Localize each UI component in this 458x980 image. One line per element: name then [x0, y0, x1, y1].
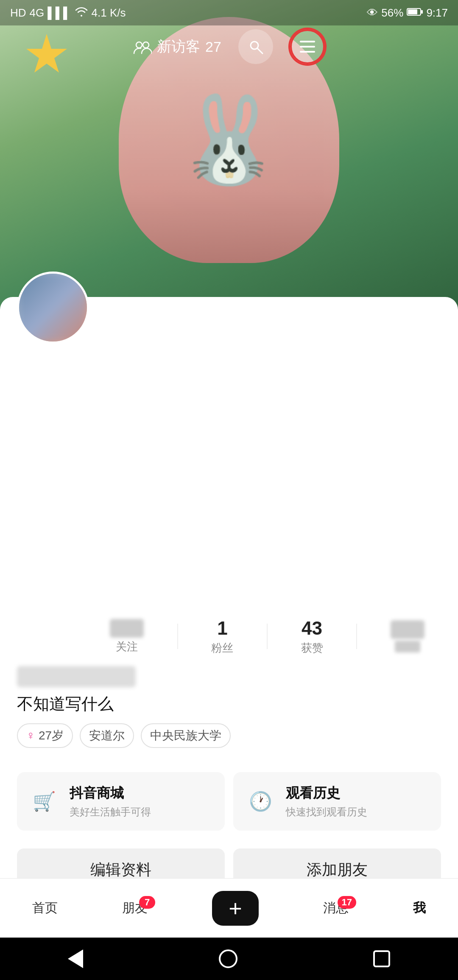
tag-location[interactable]: 安道尔	[80, 723, 134, 748]
history-texts: 观看历史 快速找到观看历史	[286, 784, 367, 819]
status-right: 👁 56% 9:17	[367, 6, 448, 20]
stat-likes[interactable]: 43 获赞	[301, 618, 323, 655]
battery-percent: 56%	[381, 6, 403, 20]
recents-button[interactable]	[373, 950, 390, 967]
eye-icon: 👁	[367, 6, 378, 20]
status-left: HD 4G ▌▌▌ 4.1 K/s	[10, 6, 126, 20]
new-visitor-label: 新访客	[157, 37, 200, 56]
svg-rect-8	[300, 46, 315, 48]
system-nav-bar	[0, 938, 458, 980]
nav-me[interactable]: 我	[413, 899, 426, 917]
nav-home[interactable]: 首页	[32, 899, 58, 917]
nav-add-icon: +	[229, 895, 242, 921]
wifi-icon	[75, 6, 88, 20]
female-icon: ♀	[26, 729, 35, 742]
history-card[interactable]: 🕐 观看历史 快速找到观看历史	[233, 772, 441, 831]
search-button[interactable]	[238, 29, 273, 64]
bio-text: 不知道写什么	[17, 693, 441, 715]
extra-count	[391, 620, 424, 639]
avatar-area[interactable]	[17, 272, 89, 344]
tag-school-label: 中央民族大学	[150, 728, 221, 744]
signal-icon: ▌▌▌	[47, 6, 71, 20]
profile-info: 不知道写什么 ♀ 27岁 安道尔 中央民族大学	[17, 666, 441, 748]
battery-icon	[407, 6, 423, 20]
back-icon	[68, 949, 83, 968]
likes-label: 获赞	[301, 641, 323, 655]
following-label: 关注	[116, 639, 138, 654]
4g-icon: 4G	[30, 6, 45, 20]
svg-point-4	[143, 42, 149, 48]
tag-age[interactable]: ♀ 27岁	[17, 723, 73, 748]
stats-row: 关注 1 粉丝 43 获赞	[93, 611, 441, 662]
nav-messages-badge: 17	[338, 896, 356, 909]
history-title: 观看历史	[286, 784, 367, 803]
likes-count: 43	[302, 618, 322, 639]
avatar[interactable]	[17, 272, 89, 344]
svg-rect-7	[300, 41, 315, 42]
stat-divider-2	[267, 624, 268, 649]
stat-divider-1	[177, 624, 178, 649]
nav-messages[interactable]: 17 消息	[323, 899, 349, 917]
menu-button[interactable]	[290, 29, 325, 64]
tag-location-label: 安道尔	[89, 728, 125, 744]
status-bar: HD 4G ▌▌▌ 4.1 K/s 👁 56% 9:17	[0, 0, 458, 25]
svg-rect-1	[408, 9, 417, 14]
svg-rect-2	[421, 10, 423, 14]
extra-label	[395, 641, 420, 652]
back-button[interactable]	[68, 949, 83, 968]
tag-school[interactable]: 中央民族大学	[141, 723, 231, 748]
home-icon	[219, 949, 237, 968]
history-icon: 🕐	[243, 784, 277, 818]
new-visitor-button[interactable]: 新访客 27	[133, 37, 221, 56]
following-count	[110, 619, 144, 638]
avatar-image	[19, 274, 87, 342]
tag-age-label: 27岁	[39, 728, 64, 744]
profile-card: 关注 1 粉丝 43 获赞 不知道写什么 ♀ 27岁 安道尔	[0, 297, 458, 912]
nav-home-label: 首页	[32, 899, 58, 917]
header-buttons: 新访客 27	[0, 25, 458, 68]
network-speed: 4.1 K/s	[92, 6, 126, 20]
home-button[interactable]	[219, 949, 237, 968]
followers-count: 1	[217, 618, 227, 639]
shop-title: 抖音商城	[70, 784, 151, 803]
username-blurred	[17, 666, 136, 687]
history-subtitle: 快速找到观看历史	[286, 805, 367, 819]
shop-texts: 抖音商城 美好生活触手可得	[70, 784, 151, 819]
stat-extra[interactable]	[391, 620, 424, 652]
shop-subtitle: 美好生活触手可得	[70, 805, 151, 819]
hd-badge: HD	[10, 6, 26, 20]
bottom-nav: 首页 7 朋友 + 17 消息 我	[0, 878, 458, 938]
nav-friends-badge: 7	[139, 896, 155, 909]
shop-card[interactable]: 🛒 抖音商城 美好生活触手可得	[17, 772, 225, 831]
stat-divider-3	[356, 624, 357, 649]
recents-icon	[373, 950, 390, 967]
svg-point-3	[136, 42, 142, 48]
stat-followers[interactable]: 1 粉丝	[211, 618, 233, 655]
svg-rect-9	[300, 51, 315, 53]
nav-me-label: 我	[413, 899, 426, 917]
nav-friends[interactable]: 7 朋友	[122, 899, 148, 917]
followers-label: 粉丝	[211, 641, 233, 655]
tags-row: ♀ 27岁 安道尔 中央民族大学	[17, 723, 441, 748]
nav-add-button[interactable]: +	[212, 891, 259, 926]
shop-icon: 🛒	[27, 784, 61, 818]
new-visitor-count: 27	[205, 39, 221, 55]
svg-line-6	[257, 48, 263, 53]
feature-row: 🛒 抖音商城 美好生活触手可得 🕐 观看历史 快速找到观看历史	[17, 772, 441, 831]
stat-following[interactable]: 关注	[110, 619, 144, 654]
time: 9:17	[426, 6, 448, 20]
nav-add[interactable]: +	[212, 891, 259, 926]
